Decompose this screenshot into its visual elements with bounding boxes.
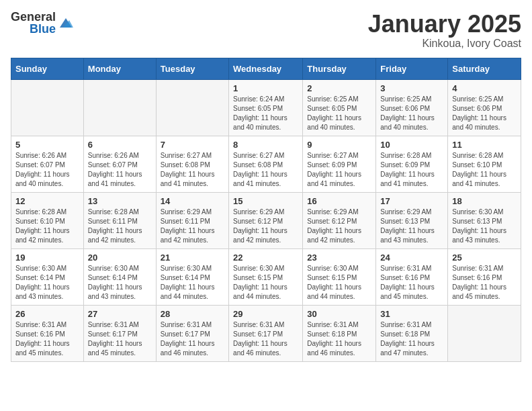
day-info: Sunrise: 6:25 AMSunset: 6:06 PMDaylight:… — [380, 95, 443, 132]
calendar-day-header: Tuesday — [156, 58, 228, 79]
calendar-cell: 21Sunrise: 6:30 AMSunset: 6:14 PMDayligh… — [156, 248, 228, 305]
day-info: Sunrise: 6:27 AMSunset: 6:08 PMDaylight:… — [233, 151, 298, 189]
day-number: 1 — [233, 83, 298, 93]
calendar-cell: 18Sunrise: 6:30 AMSunset: 6:13 PMDayligh… — [448, 192, 521, 248]
calendar-cell: 14Sunrise: 6:29 AMSunset: 6:11 PMDayligh… — [156, 192, 228, 248]
calendar-cell: 29Sunrise: 6:31 AMSunset: 6:17 PMDayligh… — [229, 305, 303, 361]
day-info: Sunrise: 6:28 AMSunset: 6:11 PMDaylight:… — [88, 208, 152, 245]
day-info: Sunrise: 6:28 AMSunset: 6:10 PMDaylight:… — [15, 208, 79, 245]
logo-icon — [58, 15, 73, 30]
calendar-cell — [83, 79, 156, 136]
day-info: Sunrise: 6:25 AMSunset: 6:06 PMDaylight:… — [452, 95, 517, 132]
calendar-week-row: 1Sunrise: 6:24 AMSunset: 6:05 PMDaylight… — [11, 79, 521, 136]
day-info: Sunrise: 6:29 AMSunset: 6:11 PMDaylight:… — [161, 208, 224, 245]
day-info: Sunrise: 6:31 AMSunset: 6:17 PMDaylight:… — [161, 320, 224, 358]
calendar-cell — [448, 305, 521, 361]
calendar-table: SundayMondayTuesdayWednesdayThursdayFrid… — [11, 58, 521, 362]
day-number: 17 — [380, 196, 443, 206]
day-info: Sunrise: 6:30 AMSunset: 6:15 PMDaylight:… — [307, 264, 371, 302]
day-info: Sunrise: 6:30 AMSunset: 6:13 PMDaylight:… — [452, 208, 517, 245]
day-info: Sunrise: 6:28 AMSunset: 6:10 PMDaylight:… — [452, 151, 517, 189]
page-header: General Blue January 2025 Kinkoua, Ivory… — [11, 11, 521, 50]
day-info: Sunrise: 6:30 AMSunset: 6:14 PMDaylight:… — [15, 264, 79, 302]
calendar-cell: 13Sunrise: 6:28 AMSunset: 6:11 PMDayligh… — [83, 192, 156, 248]
calendar-day-header: Friday — [376, 58, 448, 79]
calendar-cell: 23Sunrise: 6:30 AMSunset: 6:15 PMDayligh… — [303, 248, 376, 305]
calendar-cell: 24Sunrise: 6:31 AMSunset: 6:16 PMDayligh… — [376, 248, 448, 305]
day-number: 20 — [88, 253, 152, 263]
title-block: January 2025 Kinkoua, Ivory Coast — [368, 11, 521, 50]
day-info: Sunrise: 6:31 AMSunset: 6:18 PMDaylight:… — [307, 320, 371, 358]
day-number: 19 — [15, 253, 79, 263]
day-number: 5 — [15, 140, 79, 150]
day-number: 29 — [233, 309, 298, 319]
logo-general: General — [11, 11, 56, 23]
page-subtitle: Kinkoua, Ivory Coast — [368, 38, 521, 50]
calendar-week-row: 5Sunrise: 6:26 AMSunset: 6:07 PMDaylight… — [11, 136, 521, 192]
calendar-cell: 28Sunrise: 6:31 AMSunset: 6:17 PMDayligh… — [156, 305, 228, 361]
day-number: 18 — [452, 196, 517, 206]
calendar-cell: 4Sunrise: 6:25 AMSunset: 6:06 PMDaylight… — [448, 79, 521, 136]
calendar-cell: 27Sunrise: 6:31 AMSunset: 6:17 PMDayligh… — [83, 305, 156, 361]
calendar-cell: 9Sunrise: 6:27 AMSunset: 6:09 PMDaylight… — [303, 136, 376, 192]
calendar-cell: 10Sunrise: 6:28 AMSunset: 6:09 PMDayligh… — [376, 136, 448, 192]
calendar-cell: 8Sunrise: 6:27 AMSunset: 6:08 PMDaylight… — [229, 136, 303, 192]
calendar-cell: 16Sunrise: 6:29 AMSunset: 6:12 PMDayligh… — [303, 192, 376, 248]
calendar-cell: 19Sunrise: 6:30 AMSunset: 6:14 PMDayligh… — [11, 248, 84, 305]
day-info: Sunrise: 6:30 AMSunset: 6:14 PMDaylight:… — [88, 264, 152, 302]
day-info: Sunrise: 6:26 AMSunset: 6:07 PMDaylight:… — [15, 151, 79, 189]
calendar-cell — [11, 79, 84, 136]
calendar-day-header: Sunday — [11, 58, 84, 79]
calendar-cell: 5Sunrise: 6:26 AMSunset: 6:07 PMDaylight… — [11, 136, 84, 192]
day-number: 13 — [88, 196, 152, 206]
calendar-day-header: Wednesday — [229, 58, 303, 79]
day-number: 27 — [88, 309, 152, 319]
day-number: 3 — [380, 83, 443, 93]
day-info: Sunrise: 6:31 AMSunset: 6:17 PMDaylight:… — [88, 320, 152, 358]
day-number: 28 — [161, 309, 224, 319]
day-number: 4 — [452, 83, 517, 93]
calendar-cell: 7Sunrise: 6:27 AMSunset: 6:08 PMDaylight… — [156, 136, 228, 192]
calendar-cell: 11Sunrise: 6:28 AMSunset: 6:10 PMDayligh… — [448, 136, 521, 192]
day-info: Sunrise: 6:29 AMSunset: 6:12 PMDaylight:… — [233, 208, 298, 245]
day-info: Sunrise: 6:28 AMSunset: 6:09 PMDaylight:… — [380, 151, 443, 189]
calendar-cell: 2Sunrise: 6:25 AMSunset: 6:05 PMDaylight… — [303, 79, 376, 136]
day-number: 8 — [233, 140, 298, 150]
day-info: Sunrise: 6:30 AMSunset: 6:14 PMDaylight:… — [161, 264, 224, 302]
calendar-cell: 25Sunrise: 6:31 AMSunset: 6:16 PMDayligh… — [448, 248, 521, 305]
day-number: 30 — [307, 309, 371, 319]
day-number: 24 — [380, 253, 443, 263]
calendar-week-row: 26Sunrise: 6:31 AMSunset: 6:16 PMDayligh… — [11, 305, 521, 361]
day-number: 6 — [88, 140, 152, 150]
page-title: January 2025 — [368, 11, 521, 38]
calendar-cell: 22Sunrise: 6:30 AMSunset: 6:15 PMDayligh… — [229, 248, 303, 305]
day-info: Sunrise: 6:31 AMSunset: 6:16 PMDaylight:… — [380, 264, 443, 302]
day-info: Sunrise: 6:29 AMSunset: 6:13 PMDaylight:… — [380, 208, 443, 245]
calendar-header-row: SundayMondayTuesdayWednesdayThursdayFrid… — [11, 58, 521, 79]
calendar-day-header: Saturday — [448, 58, 521, 79]
day-number: 23 — [307, 253, 371, 263]
day-info: Sunrise: 6:31 AMSunset: 6:17 PMDaylight:… — [233, 320, 298, 358]
calendar-week-row: 12Sunrise: 6:28 AMSunset: 6:10 PMDayligh… — [11, 192, 521, 248]
day-info: Sunrise: 6:31 AMSunset: 6:18 PMDaylight:… — [380, 320, 443, 358]
day-number: 22 — [233, 253, 298, 263]
day-number: 26 — [15, 309, 79, 319]
calendar-cell: 20Sunrise: 6:30 AMSunset: 6:14 PMDayligh… — [83, 248, 156, 305]
calendar-week-row: 19Sunrise: 6:30 AMSunset: 6:14 PMDayligh… — [11, 248, 521, 305]
day-info: Sunrise: 6:31 AMSunset: 6:16 PMDaylight:… — [452, 264, 517, 302]
calendar-cell: 6Sunrise: 6:26 AMSunset: 6:07 PMDaylight… — [83, 136, 156, 192]
day-number: 7 — [161, 140, 224, 150]
calendar-cell: 31Sunrise: 6:31 AMSunset: 6:18 PMDayligh… — [376, 305, 448, 361]
day-info: Sunrise: 6:24 AMSunset: 6:05 PMDaylight:… — [233, 95, 298, 132]
calendar-cell: 15Sunrise: 6:29 AMSunset: 6:12 PMDayligh… — [229, 192, 303, 248]
day-number: 31 — [380, 309, 443, 319]
day-number: 25 — [452, 253, 517, 263]
calendar-cell: 30Sunrise: 6:31 AMSunset: 6:18 PMDayligh… — [303, 305, 376, 361]
day-info: Sunrise: 6:30 AMSunset: 6:15 PMDaylight:… — [233, 264, 298, 302]
logo-blue: Blue — [30, 23, 56, 35]
logo: General Blue — [11, 11, 73, 35]
calendar-cell: 3Sunrise: 6:25 AMSunset: 6:06 PMDaylight… — [376, 79, 448, 136]
day-info: Sunrise: 6:27 AMSunset: 6:09 PMDaylight:… — [307, 151, 371, 189]
day-number: 15 — [233, 196, 298, 206]
day-number: 12 — [15, 196, 79, 206]
